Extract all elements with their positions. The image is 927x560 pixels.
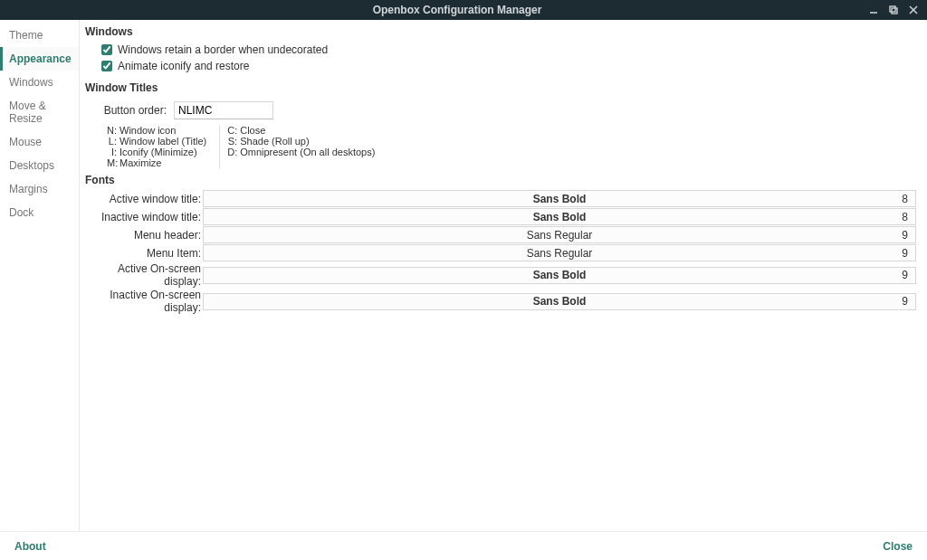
sidebar: ThemeAppearanceWindowsMove & ResizeMouse…: [0, 20, 80, 531]
legend-desc: Close: [240, 125, 265, 136]
font-row: Active On-screen display:Sans Bold9: [85, 262, 916, 288]
legend-line: I: Iconify (Minimize): [107, 147, 206, 157]
retain-border-label[interactable]: Windows retain a border when undecorated: [118, 43, 328, 56]
sidebar-item-theme[interactable]: Theme: [0, 24, 79, 47]
legend-line: C: Close: [227, 125, 375, 136]
legend-desc: Window icon: [119, 125, 176, 136]
legend-line: M: Maximize: [107, 157, 206, 168]
button-order-legend: N: Window iconL: Window label (Title)I: …: [85, 123, 916, 174]
font-name: Sans Regular: [527, 247, 593, 260]
font-name: Sans Regular: [527, 229, 593, 242]
font-size: 8: [902, 211, 908, 223]
font-picker-button[interactable]: Sans Regular9: [203, 226, 916, 243]
animate-iconify-checkbox[interactable]: [101, 61, 112, 71]
legend-code: I:: [107, 147, 119, 157]
window-title: Openbox Configuration Manager: [54, 4, 860, 16]
legend-desc: Maximize: [119, 157, 161, 168]
font-picker-button[interactable]: Sans Bold9: [203, 267, 916, 284]
font-row-label: Active window title:: [85, 193, 203, 205]
svg-rect-1: [890, 6, 895, 12]
legend-code: L:: [107, 136, 119, 147]
sidebar-item-desktops[interactable]: Desktops: [0, 154, 79, 177]
section-window-titles-heading: Window Titles: [85, 81, 916, 94]
legend-desc: Omnipresent (On all desktops): [240, 147, 375, 157]
font-picker-button[interactable]: Sans Bold8: [203, 208, 916, 225]
close-button[interactable]: Close: [883, 540, 913, 553]
font-row-label: Menu Item:: [85, 247, 203, 260]
font-picker-button[interactable]: Sans Regular9: [203, 244, 916, 261]
section-windows-heading: Windows: [85, 25, 916, 38]
sidebar-item-appearance[interactable]: Appearance: [0, 47, 79, 71]
svg-rect-2: [892, 8, 897, 14]
legend-code: D:: [227, 147, 240, 157]
legend-line: S: Shade (Roll up): [227, 136, 375, 147]
sidebar-item-move-resize[interactable]: Move & Resize: [0, 94, 79, 130]
content-appearance: Windows Windows retain a border when und…: [80, 20, 927, 531]
maximize-icon[interactable]: [887, 4, 900, 16]
legend-code: S:: [227, 136, 240, 147]
font-size: 9: [902, 229, 908, 242]
font-name: Sans Bold: [533, 269, 587, 281]
footer: About Close: [0, 531, 927, 560]
legend-line: L: Window label (Title): [107, 136, 206, 147]
font-size: 9: [902, 269, 908, 281]
retain-border-checkbox[interactable]: [101, 44, 112, 55]
font-row: Inactive On-screen display:Sans Bold9: [85, 289, 916, 314]
font-picker-button[interactable]: Sans Bold8: [203, 190, 916, 207]
section-fonts-heading: Fonts: [85, 174, 916, 186]
font-row-label: Inactive window title:: [85, 211, 203, 223]
legend-code: C:: [227, 125, 240, 136]
button-order-input[interactable]: [174, 101, 273, 119]
legend-code: N:: [107, 125, 119, 136]
legend-desc: Window label (Title): [119, 136, 206, 147]
legend-line: D: Omnipresent (On all desktops): [227, 147, 375, 157]
sidebar-item-dock[interactable]: Dock: [0, 201, 79, 224]
button-order-label: Button order:: [94, 104, 167, 117]
animate-iconify-label[interactable]: Animate iconify and restore: [118, 60, 249, 72]
font-row: Inactive window title:Sans Bold8: [85, 208, 916, 225]
about-button[interactable]: About: [14, 540, 46, 553]
font-size: 9: [902, 295, 908, 308]
font-picker-button[interactable]: Sans Bold9: [203, 293, 916, 310]
font-size: 8: [902, 193, 908, 205]
legend-code: M:: [107, 157, 119, 168]
font-row-label: Menu header:: [85, 229, 203, 242]
font-row: Active window title:Sans Bold8: [85, 190, 916, 207]
legend-line: N: Window icon: [107, 125, 206, 136]
font-row: Menu Item:Sans Regular9: [85, 244, 916, 261]
font-name: Sans Bold: [533, 211, 587, 223]
titlebar: Openbox Configuration Manager: [0, 0, 927, 20]
font-row-label: Inactive On-screen display:: [85, 289, 203, 314]
font-name: Sans Bold: [533, 295, 587, 308]
window-controls: [860, 4, 927, 16]
font-row: Menu header:Sans Regular9: [85, 226, 916, 243]
legend-desc: Shade (Roll up): [240, 136, 309, 147]
minimize-icon[interactable]: [867, 4, 880, 16]
close-icon[interactable]: [907, 4, 920, 16]
sidebar-item-mouse[interactable]: Mouse: [0, 130, 79, 154]
sidebar-item-margins[interactable]: Margins: [0, 177, 79, 201]
font-size: 9: [902, 247, 908, 260]
legend-desc: Iconify (Minimize): [119, 147, 197, 157]
sidebar-item-windows[interactable]: Windows: [0, 71, 79, 94]
font-row-label: Active On-screen display:: [85, 262, 203, 288]
font-name: Sans Bold: [533, 193, 587, 205]
